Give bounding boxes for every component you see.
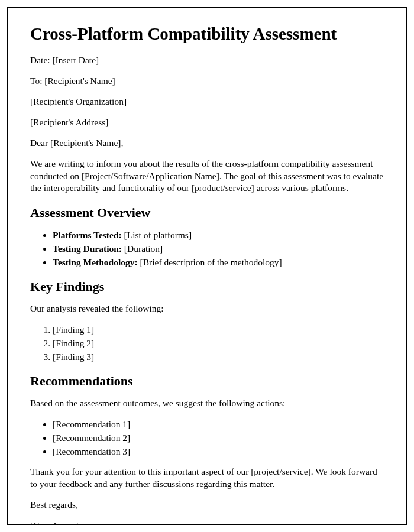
date-line: Date: [Insert Date] [30,54,384,67]
list-item: [Finding 1] [53,323,384,336]
list-item: [Finding 3] [53,351,384,364]
list-item: Testing Methodology: [Brief description … [53,256,384,269]
recommendations-heading: Recommendations [30,374,384,389]
closing-signoff: Best regards, [30,499,384,511]
closing-name: [Your Name] [30,520,384,525]
address-line: [Recipient's Address] [30,116,384,129]
list-item: [Recommendation 3] [53,445,384,458]
to-line: To: [Recipient's Name] [30,75,384,87]
intro-paragraph: We are writing to inform you about the r… [30,158,384,195]
org-line: [Recipient's Organization] [30,96,384,108]
platforms-label: Platforms Tested: [53,230,122,240]
list-item: Platforms Tested: [List of platforms] [53,229,384,242]
methodology-label: Testing Methodology: [53,257,138,267]
list-item: [Recommendation 1] [53,418,384,431]
overview-list: Platforms Tested: [List of platforms] Te… [53,229,384,268]
list-item: [Finding 2] [53,337,384,350]
methodology-value: [Brief description of the methodology] [138,257,282,267]
recommendations-list: [Recommendation 1] [Recommendation 2] [R… [53,418,384,458]
recommendations-intro: Based on the assessment outcomes, we sug… [30,397,384,410]
findings-intro: Our analysis revealed the following: [30,303,384,315]
list-item: [Recommendation 2] [53,432,384,445]
platforms-value: [List of platforms] [122,230,192,240]
findings-heading: Key Findings [30,279,384,294]
findings-list: [Finding 1] [Finding 2] [Finding 3] [53,323,384,363]
list-item: Testing Duration: [Duration] [53,242,384,255]
overview-heading: Assessment Overview [30,205,384,220]
document-page: Cross-Platform Compatibility Assessment … [7,7,407,525]
salutation-line: Dear [Recipient's Name], [30,137,384,150]
document-title: Cross-Platform Compatibility Assessment [30,24,384,44]
duration-label: Testing Duration: [53,244,122,254]
closing-thanks: Thank you for your attention to this imp… [30,466,384,491]
duration-value: [Duration] [122,244,163,254]
